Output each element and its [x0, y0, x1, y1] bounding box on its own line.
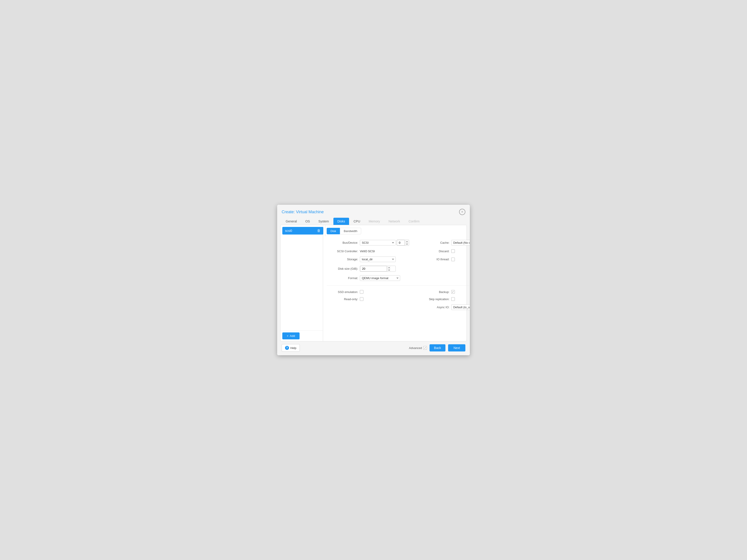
bus-select[interactable]: SCSI IDE SATA VirtIO	[360, 240, 396, 245]
scsi-controller-label: SCSI Controller:	[327, 249, 358, 253]
io-thread-row: IO thread:	[418, 255, 470, 264]
storage-row: Storage: local_dir local local-lvm	[327, 255, 409, 264]
bus-device-label: Bus/Device:	[327, 241, 358, 244]
dialog-header: Create: Virtual Machine ×	[277, 205, 470, 215]
async-io-select[interactable]: Default (io_uring) io_uring native threa…	[451, 304, 470, 310]
discard-checkbox[interactable]	[451, 249, 455, 253]
io-thread-label: IO thread:	[418, 258, 449, 261]
spacer-2	[418, 273, 470, 283]
ssd-emulation-row: SSD emulation:	[327, 288, 409, 295]
advanced-label[interactable]: Advanced	[409, 346, 427, 350]
help-icon: ?	[285, 346, 289, 350]
storage-select[interactable]: local_dir local local-lvm	[360, 257, 396, 262]
add-button-label: Add	[290, 334, 295, 338]
scsi-controller-row: SCSI Controller: VirtIO SCSI	[327, 247, 409, 255]
create-vm-dialog: Create: Virtual Machine × General OS Sys…	[277, 205, 470, 355]
device-spinner: ▲ ▼	[405, 240, 409, 245]
backup-label: Backup:	[418, 290, 449, 294]
disk-size-up-btn[interactable]: ▲	[387, 266, 391, 269]
format-select[interactable]: QEMU image format raw vmdk	[360, 275, 400, 281]
disk-size-down-btn[interactable]: ▼	[387, 269, 391, 271]
tab-network[interactable]: Network	[385, 218, 404, 225]
dialog-footer: ? Help Advanced Back Next	[277, 341, 470, 355]
tab-os[interactable]: OS	[301, 218, 314, 225]
skip-replication-row: Skip replication:	[418, 295, 470, 303]
advanced-text: Advanced	[409, 346, 422, 350]
tab-confirm[interactable]: Confirm	[405, 218, 423, 225]
device-number-input: ▲ ▼	[396, 240, 409, 246]
backup-row: Backup:	[418, 288, 470, 295]
spacer-1	[418, 264, 470, 273]
device-down-btn[interactable]: ▼	[405, 243, 409, 245]
disk-item-label: scsi0	[285, 229, 292, 233]
discard-row: Discard:	[418, 247, 470, 255]
io-thread-checkbox[interactable]	[451, 258, 455, 261]
cache-control: Default (No cache) No cache Write throug…	[451, 240, 470, 245]
sub-tab-disk[interactable]: Disk	[327, 228, 340, 234]
help-button[interactable]: ? Help	[282, 344, 300, 352]
delete-disk-icon[interactable]: 🗑	[317, 229, 320, 233]
tab-disks[interactable]: Disks	[333, 218, 349, 225]
tab-system[interactable]: System	[314, 218, 333, 225]
bus-device-control: SCSI IDE SATA VirtIO ▲ ▼	[360, 240, 409, 246]
cache-row: Cache: Default (No cache) No cache Write…	[418, 238, 470, 247]
tab-general[interactable]: General	[282, 218, 301, 225]
format-label: Format:	[327, 276, 358, 280]
back-button[interactable]: Back	[430, 344, 445, 351]
scsi-controller-value: VirtIO SCSI	[360, 249, 375, 253]
sub-tab-bandwidth[interactable]: Bandwidth	[340, 228, 361, 234]
ssd-emulation-label: SSD emulation:	[327, 290, 358, 294]
storage-control: local_dir local local-lvm	[360, 257, 396, 262]
form-divider	[327, 285, 470, 286]
add-disk-area: + Add	[281, 330, 323, 341]
bus-device-row: Bus/Device: SCSI IDE SATA VirtIO ▲	[327, 238, 409, 247]
content-area: scsi0 🗑 + Add Disk Bandwidth	[280, 225, 467, 341]
read-only-checkbox[interactable]	[360, 297, 363, 301]
disk-size-control: ▲ ▼	[360, 266, 396, 272]
disk-list: scsi0 🗑	[281, 225, 325, 236]
cache-label: Cache:	[418, 241, 449, 244]
device-number-field[interactable]	[397, 240, 405, 245]
disk-size-spinner: ▲ ▼	[387, 266, 391, 271]
backup-checkbox[interactable]	[451, 290, 455, 294]
read-only-row: Read-only:	[327, 295, 409, 303]
skip-replication-label: Skip replication:	[418, 297, 449, 301]
dialog-title: Create: Virtual Machine	[282, 210, 324, 214]
footer-right: Advanced Back Next	[409, 344, 465, 351]
add-disk-button[interactable]: + Add	[282, 332, 300, 339]
advanced-checkbox[interactable]	[423, 346, 427, 350]
disk-form: Bus/Device: SCSI IDE SATA VirtIO ▲	[327, 238, 470, 312]
async-io-control: Default (io_uring) io_uring native threa…	[451, 304, 470, 310]
read-only-label: Read-only:	[327, 297, 358, 301]
add-icon: +	[287, 334, 289, 338]
disk-size-field[interactable]	[360, 266, 387, 271]
disk-size-label: Disk size (GiB):	[327, 267, 358, 270]
disk-item-scsi0[interactable]: scsi0 🗑	[282, 227, 323, 235]
async-io-label: Async IO:	[418, 305, 449, 309]
disk-size-row: Disk size (GiB): ▲ ▼	[327, 264, 409, 273]
discard-label: Discard:	[418, 249, 449, 253]
disk-sub-tabs: Disk Bandwidth	[327, 228, 470, 234]
format-control: QEMU image format raw vmdk	[360, 275, 400, 281]
ssd-emulation-checkbox[interactable]	[360, 290, 363, 294]
skip-replication-checkbox[interactable]	[451, 297, 455, 301]
spacer-3	[327, 303, 409, 312]
async-io-row: Async IO: Default (io_uring) io_uring na…	[418, 303, 470, 312]
format-row: Format: QEMU image format raw vmdk	[327, 273, 409, 283]
tab-memory[interactable]: Memory	[365, 218, 384, 225]
help-label: Help	[290, 346, 297, 350]
disk-config-panel: Disk Bandwidth Bus/Device: SCSI IDE SATA…	[323, 225, 470, 341]
next-button[interactable]: Next	[448, 344, 465, 351]
storage-label: Storage:	[327, 258, 358, 261]
device-up-btn[interactable]: ▲	[405, 240, 409, 243]
cache-select[interactable]: Default (No cache) No cache Write throug…	[451, 240, 470, 245]
close-button[interactable]: ×	[459, 209, 465, 215]
tab-bar: General OS System Disks CPU Memory Netwo…	[277, 215, 470, 225]
tab-cpu[interactable]: CPU	[350, 218, 364, 225]
